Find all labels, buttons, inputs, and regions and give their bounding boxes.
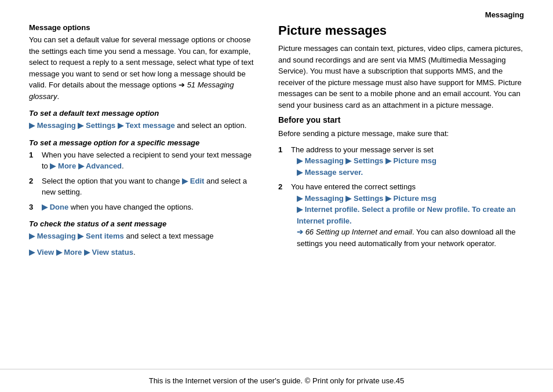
message-server-link[interactable]: Message server	[305, 168, 361, 177]
arrow-messaging: ▶	[29, 232, 37, 240]
footer-text: This is the Internet version of the user…	[149, 376, 396, 385]
arrow-icon2: ▶	[78, 121, 86, 130]
picture-messages-section: Picture messages Picture messages can co…	[278, 23, 524, 111]
step3-content: ▶ Done when you have changed the options…	[42, 202, 255, 213]
arrow-sent: ▶	[78, 232, 86, 240]
messaging-link3[interactable]: Messaging	[305, 156, 344, 165]
more-link2[interactable]: More	[64, 248, 82, 257]
advanced-link[interactable]: Advanced	[86, 162, 122, 170]
arrow-status: ▶	[84, 248, 92, 257]
new-profile-link[interactable]: New profile	[427, 205, 468, 214]
check-status-title: To check the status of a sent message	[29, 219, 255, 228]
set-option-section: To set a message option for a specific m…	[29, 138, 255, 213]
arrow-icon: ➔	[179, 80, 187, 89]
bys-step2-links: ▶ Messaging ▶ Settings ▶ Picture msg	[291, 193, 524, 204]
arrow-icon: ▶	[29, 121, 37, 130]
step2-content: Select the option that you want to chang…	[42, 175, 255, 198]
sent-items-link[interactable]: Sent items	[86, 232, 124, 240]
list-item: 3 ▶ Done when you have changed the optio…	[29, 202, 255, 213]
step2-text: Select the option that you want to chang…	[42, 177, 180, 185]
arrow-icon: ▶	[385, 194, 394, 203]
list-number: 2	[29, 175, 39, 198]
arrow-icon3: ▶	[118, 121, 126, 130]
list-item: 2 You have entered the correct settings …	[278, 181, 524, 249]
set-default-body: ▶ Messaging ▶ Settings ▶ Text message an…	[29, 120, 255, 131]
list-item: 1 When you have selected a recipient to …	[29, 149, 255, 172]
arrow-more: ▶	[50, 162, 58, 170]
edit-link[interactable]: Edit	[190, 177, 205, 185]
header-title: Messaging	[485, 10, 524, 19]
set-option-title: To set a message option for a specific m…	[29, 138, 255, 147]
right-column: Picture messages Picture messages can co…	[278, 23, 524, 262]
list-number: 3	[29, 202, 39, 213]
bys-step2-download: ➔ 66 Setting up Internet and email. You …	[291, 226, 524, 249]
arrow-edit: ▶	[182, 177, 190, 185]
before-start-list: 1 The address to your message server is …	[278, 144, 524, 250]
arrow-icon: ▶	[345, 156, 354, 165]
view-status-body: ▶ View ▶ More ▶ View status.	[29, 247, 255, 258]
picture-messages-title: Picture messages	[278, 23, 524, 38]
list-item: 2 Select the option that you want to cha…	[29, 175, 255, 198]
arrow-more2: ▶	[56, 248, 64, 257]
view-status-link[interactable]: View status	[92, 248, 133, 257]
select-profile-text: Select a profile or	[362, 205, 425, 214]
page-header: Messaging	[485, 10, 524, 19]
bys-step2-content: You have entered the correct settings ▶ …	[291, 181, 524, 249]
main-content: Message options You can set a default va…	[29, 23, 524, 262]
arrow-icon: ➔	[297, 228, 305, 236]
arrow-view: ▶	[29, 248, 37, 257]
arrow-advanced: ▶	[78, 162, 86, 170]
arrow-icon: ▶	[297, 205, 305, 214]
bys-step2-profile: ▶ Internet profile. Select a profile or …	[291, 204, 524, 226]
view-link[interactable]: View	[37, 248, 54, 257]
arrow-icon: ▶	[297, 156, 305, 165]
settings-link1[interactable]: Settings	[86, 121, 115, 130]
bys-step1-content: The address to your message server is se…	[291, 144, 524, 178]
picture-msg-link2[interactable]: Picture msg	[394, 194, 436, 203]
set-default-section: To set a default text message option ▶ M…	[29, 109, 255, 131]
setting-up-link[interactable]: 66 Setting up Internet and email	[305, 228, 412, 236]
message-options-section: Message options You can set a default va…	[29, 23, 255, 102]
messaging-link4[interactable]: Messaging	[305, 194, 344, 203]
arrow-icon: ▶	[345, 194, 354, 203]
list-number: 1	[278, 144, 289, 178]
before-start-intro: Before sending a picture message, make s…	[278, 128, 524, 140]
bys-step1-links: ▶ Messaging ▶ Settings ▶ Picture msg	[291, 155, 524, 167]
list-number: 2	[278, 181, 289, 249]
done-link[interactable]: Done	[50, 203, 69, 211]
text-message-link[interactable]: Text message	[126, 121, 175, 130]
before-you-start-section: Before you start Before sending a pictur…	[278, 115, 524, 249]
picture-msg-link1[interactable]: Picture msg	[394, 156, 436, 165]
arrow-icon: ▶	[297, 168, 305, 177]
and-select: and select an option.	[177, 121, 246, 130]
check-status-body: ▶ Messaging ▶ Sent items and select a te…	[29, 230, 255, 242]
page-number: 45	[396, 376, 404, 385]
message-options-title: Message options	[29, 23, 255, 32]
internet-profile-link[interactable]: Internet profile	[305, 205, 358, 214]
check-status-section: To check the status of a sent message ▶ …	[29, 219, 255, 258]
before-you-start-title: Before you start	[278, 115, 524, 124]
list-item: 1 The address to your message server is …	[278, 144, 524, 178]
arrow-done: ▶	[42, 203, 50, 211]
settings-link2[interactable]: Settings	[354, 156, 383, 165]
arrow-icon: ▶	[385, 156, 394, 165]
arrow-icon: ▶	[297, 194, 305, 203]
picture-messages-body: Picture messages can contain text, pictu…	[278, 43, 524, 111]
set-default-title: To set a default text message option	[29, 109, 255, 118]
list-number: 1	[29, 149, 39, 172]
page-footer: This is the Internet version of the user…	[0, 369, 553, 392]
messaging-link2[interactable]: Messaging	[37, 232, 76, 240]
settings-link3[interactable]: Settings	[354, 194, 383, 203]
left-column: Message options You can set a default va…	[29, 23, 255, 262]
set-option-list: 1 When you have selected a recipient to …	[29, 149, 255, 213]
bys-step1-server: ▶ Message server.	[291, 167, 524, 178]
page: Messaging Message options You can set a …	[0, 0, 553, 392]
more-link[interactable]: More	[58, 162, 76, 170]
step3-suffix: when you have changed the options.	[71, 203, 194, 211]
step1-content: When you have selected a recipient to se…	[42, 149, 255, 172]
message-options-body: You can set a default value for several …	[29, 34, 255, 102]
bys-step1-text: The address to your message server is se…	[291, 145, 434, 154]
check-suffix: and select a text message	[126, 232, 213, 240]
messaging-link1[interactable]: Messaging	[37, 121, 76, 130]
bys-step2-text: You have entered the correct settings	[291, 182, 416, 191]
